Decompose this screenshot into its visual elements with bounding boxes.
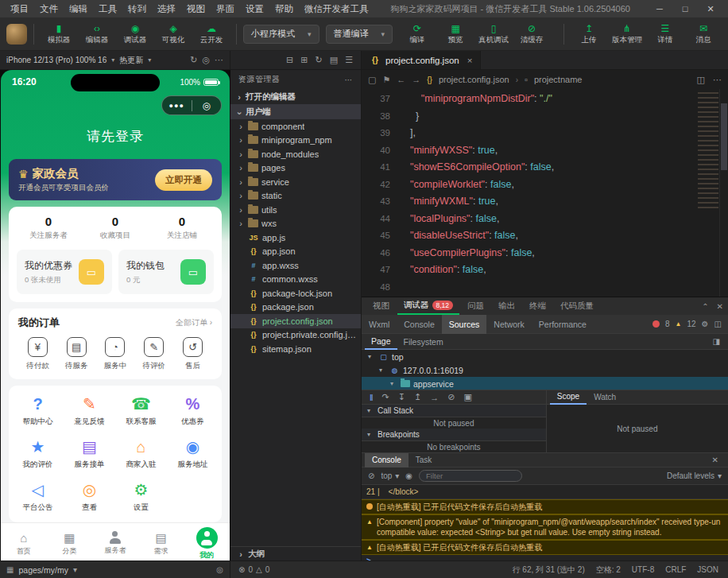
file-package-lock.json[interactable]: {}package-lock.json xyxy=(230,286,361,301)
status-item-4[interactable]: JSON xyxy=(697,565,718,574)
close-miniprogram-icon[interactable]: ◎ xyxy=(192,100,222,111)
service-platform-notice[interactable]: ◁平台公告 xyxy=(12,481,64,513)
panel-toggle-icon[interactable]: ◨ xyxy=(713,337,725,346)
stat-follow-shops[interactable]: 0关注店铺 xyxy=(149,215,215,241)
panel-tab-debugger[interactable]: 调试器8,12 xyxy=(397,297,459,315)
pause-icon[interactable]: ‖ xyxy=(370,393,374,402)
close-panel-icon[interactable]: ✕ xyxy=(717,302,723,311)
stat-fav-projects[interactable]: 0收藏项目 xyxy=(82,215,149,241)
collapse-panel-icon[interactable]: ⌃ xyxy=(702,302,708,311)
compile-mode-select[interactable]: 普通编译 ▾ xyxy=(326,25,393,44)
file-node_modules[interactable]: ›node_modules xyxy=(230,147,361,161)
file-package.json[interactable]: {}package.json xyxy=(230,301,361,315)
tree-node-appservice[interactable]: ▾appservice xyxy=(362,377,728,390)
action-preview-button[interactable]: ▦预览 xyxy=(437,24,474,44)
list-icon[interactable]: ▤ xyxy=(330,55,338,65)
back-icon[interactable]: ← xyxy=(397,75,405,84)
editor-tab-project-config[interactable]: {} project.config.json × xyxy=(362,51,481,69)
more-icon[interactable]: ⋯ xyxy=(345,76,354,84)
menu-item-settings[interactable]: 设置 xyxy=(240,3,269,15)
order-to-review[interactable]: ✎待评价 xyxy=(134,337,173,371)
collapse-icon[interactable]: ⊟ xyxy=(286,55,293,65)
code-editor[interactable]: 37 "miniprogramNpmDistDir": "./"38 }39 ]… xyxy=(362,89,728,297)
chevron-down-icon[interactable]: ▾ xyxy=(148,56,151,64)
devtools-tab-network[interactable]: Network xyxy=(486,315,532,334)
bookmark-icon[interactable]: ⚑ xyxy=(382,75,390,85)
navigator-tab-filesystem[interactable]: Filesystem xyxy=(397,334,450,350)
execution-context-select[interactable]: top ▾ xyxy=(381,471,399,480)
action-compile-button[interactable]: ⟳编译 xyxy=(399,24,436,44)
search-icon[interactable]: ◎ xyxy=(216,565,223,574)
inspect-icon[interactable]: ◎ xyxy=(202,55,210,65)
scrollbar-thumb[interactable] xyxy=(721,103,727,170)
warning-count[interactable]: 12 xyxy=(687,320,695,328)
service-contact-support[interactable]: ☎联系客服 xyxy=(115,395,167,427)
open-membership-button[interactable]: 立即开通 xyxy=(155,169,212,191)
panel-tab-view[interactable]: 视图 xyxy=(366,297,396,315)
devtools-tab-performance[interactable]: Performance xyxy=(532,315,594,334)
console-messages[interactable]: 21 | </block>[自动热重载] 已开启代码文件保存后自动热重载▲[Co… xyxy=(362,485,728,561)
order-to-pay[interactable]: ¥待付款 xyxy=(18,337,57,371)
action-upload-button[interactable]: ↥上传 xyxy=(571,24,607,44)
close-tab-icon[interactable]: × xyxy=(467,56,473,65)
file-pages[interactable]: ›pages xyxy=(230,161,361,176)
deactivate-breakpoints-icon[interactable]: ⊘ xyxy=(447,392,455,402)
service-browse[interactable]: ◎查看 xyxy=(64,481,115,513)
status-item-1[interactable]: 空格: 2 xyxy=(596,564,621,576)
chevron-down-icon[interactable]: ▾ xyxy=(73,565,77,574)
more-icon[interactable]: ●●● xyxy=(162,102,192,110)
file-common.wxss[interactable]: #common.wxss xyxy=(230,273,361,287)
file-app.js[interactable]: JSapp.js xyxy=(230,231,361,245)
order-serving[interactable]: ◔服务中 xyxy=(96,337,135,371)
status-item-0[interactable]: 行 62, 列 31 (选中 2) xyxy=(513,564,585,576)
card-wallet[interactable]: 我的钱包0 元▭ xyxy=(118,250,214,294)
more-icon[interactable]: ⋯ xyxy=(215,55,223,65)
tree-node-top-frame[interactable]: ▾▢top xyxy=(362,350,728,363)
stat-follow-workers[interactable]: 0关注服务者 xyxy=(15,215,82,241)
menu-item-help[interactable]: 帮助 xyxy=(269,3,299,15)
tabbar-workers[interactable]: 服务者 xyxy=(92,523,138,561)
sidebar-tab-scope[interactable]: Scope xyxy=(550,390,587,405)
step-icon[interactable]: → xyxy=(430,393,439,402)
minimap[interactable] xyxy=(698,92,718,211)
refresh-icon[interactable]: ↻ xyxy=(190,55,197,65)
maximize-button[interactable]: □ xyxy=(672,4,698,14)
toolbar-visualization-button[interactable]: ◈可视化 xyxy=(155,24,192,44)
close-drawer-icon[interactable]: ✕ xyxy=(712,456,725,464)
order-aftersale[interactable]: ↺售后 xyxy=(173,337,212,371)
new-file-icon[interactable]: ⊞ xyxy=(300,55,308,65)
hot-reload-toggle[interactable]: 热更新 xyxy=(119,55,143,66)
service-help-center[interactable]: ?帮助中心 xyxy=(12,395,64,427)
call-stack-header[interactable]: ▾ Call Stack xyxy=(362,405,546,417)
file-service[interactable]: ›service xyxy=(230,175,361,189)
mode-select[interactable]: 小程序模式 ▾ xyxy=(243,25,319,44)
log-levels-select[interactable]: Default levels ▾ xyxy=(667,471,722,480)
order-to-serve[interactable]: ▤待服务 xyxy=(57,337,96,371)
error-count[interactable]: 8 xyxy=(665,320,670,328)
editor-scrollbar[interactable] xyxy=(719,89,728,297)
breakpoints-header[interactable]: ▾ Breakpoints xyxy=(362,429,546,441)
login-prompt[interactable]: 请先登录 xyxy=(1,118,230,154)
close-button[interactable]: ✕ xyxy=(698,4,723,14)
service-my-reviews[interactable]: ★我的评价 xyxy=(12,438,64,470)
step-into-icon[interactable]: ↧ xyxy=(398,392,405,402)
minimize-button[interactable]: ─ xyxy=(647,4,672,14)
file-static[interactable]: ›static xyxy=(230,189,361,204)
forward-icon[interactable]: → xyxy=(412,75,420,84)
menu-item-project[interactable]: 项目 xyxy=(5,3,34,15)
tabbar-demand[interactable]: ▤需求 xyxy=(138,523,184,561)
menu-item-wechat-devtools[interactable]: 微信开发者工具 xyxy=(299,3,374,15)
menu-item-goto[interactable]: 转到 xyxy=(122,3,152,15)
tabbar-mine[interactable]: 我的 xyxy=(184,523,230,561)
menu-item-interface[interactable]: 界面 xyxy=(211,3,240,15)
panel-tab-code-quality[interactable]: 代码质量 xyxy=(554,297,600,315)
file-utils[interactable]: ›utils xyxy=(230,203,361,217)
file-app.wxss[interactable]: #app.wxss xyxy=(230,258,361,273)
open-editors-section[interactable]: › 打开的编辑器 xyxy=(230,89,361,104)
menu-item-edit[interactable]: 编辑 xyxy=(64,3,93,15)
card-coupons[interactable]: 我的优惠券0 张未使用▭ xyxy=(17,250,112,294)
action-device-debug-button[interactable]: ▯真机调试 xyxy=(475,24,512,44)
tree-node-origin[interactable]: ▾◍127.0.0.1:16019 xyxy=(362,363,728,377)
menu-item-select[interactable]: 选择 xyxy=(152,3,181,15)
breadcrumb-file[interactable]: project.config.json xyxy=(439,75,509,84)
